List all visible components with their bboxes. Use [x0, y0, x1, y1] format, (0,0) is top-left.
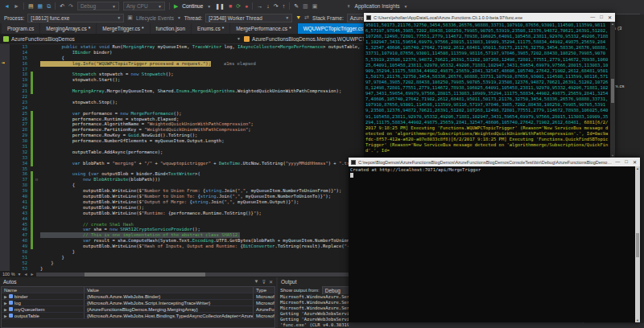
code-text[interactable]: outputBlob.WriteLine($"Output of Merge: …	[40, 199, 299, 205]
continue-dropdown-caret[interactable]: ▼	[207, 4, 211, 9]
continue-button[interactable]: Continue	[182, 3, 203, 9]
expand-icon[interactable]: ▶	[4, 306, 7, 312]
breakpoint-icon[interactable]: ●	[245, 3, 248, 10]
maximize-icon[interactable]: □	[625, 159, 628, 165]
close-icon[interactable]: ✕	[608, 14, 612, 20]
console2-title-bar[interactable]: C:\repos\BlogDemos\AzureFunctionsBlogDem…	[349, 158, 640, 166]
maximize-icon[interactable]: □	[600, 14, 603, 20]
redo-icon[interactable]: ↷	[68, 3, 73, 10]
save-all-icon[interactable]: ⧉	[47, 3, 51, 10]
fold-margin[interactable]	[33, 105, 40, 111]
fold-margin[interactable]	[33, 127, 40, 133]
code-text[interactable]: outputBlob.WriteLine($"Hash of Inputs, O…	[40, 244, 363, 249]
code-text[interactable]: MergingArray.Merge(myQueueItem, Shared.E…	[40, 88, 341, 94]
edit-icon[interactable]: ✎	[294, 3, 299, 10]
code-text[interactable]: performance.PartitionKey = "WeightedQuic…	[40, 127, 251, 133]
func-console-window[interactable]: C:\Users\jehollan\AppData\Local\Azure.Fu…	[364, 13, 615, 158]
configuration-dropdown[interactable]: Debug▼	[77, 2, 119, 10]
fold-margin[interactable]	[33, 216, 40, 222]
fold-margin[interactable]	[33, 67, 40, 72]
bookmark-icon[interactable]: ▣	[312, 3, 318, 10]
tab-Enums.cs[interactable]: Enums.cs*	[192, 23, 229, 34]
autos-row-log[interactable]: ▶log{Microsoft.Azure.WebJobs.Script.Inte…	[2, 300, 275, 306]
minimize-icon[interactable]: —	[590, 14, 595, 20]
console-test-window[interactable]: C:\repos\BlogDemos\AzureFunctionsBlogDem…	[349, 158, 640, 322]
code-text[interactable]: outputBlob.WriteLine($"Runtime: {perform…	[40, 211, 262, 216]
fold-margin[interactable]: ⊟	[33, 177, 40, 182]
fold-margin[interactable]	[33, 188, 40, 194]
code-text[interactable]: {	[40, 182, 75, 188]
fold-margin[interactable]	[33, 111, 40, 117]
close-icon[interactable]: ✕	[269, 279, 273, 285]
expand-icon[interactable]: ▶	[4, 293, 7, 299]
code-text[interactable]: public static void Run(MergingArray myQu…	[40, 44, 360, 50]
open-file-icon[interactable]: ▤	[28, 3, 34, 10]
continue-icon[interactable]: ▶	[174, 3, 178, 10]
code-text[interactable]: {	[40, 55, 64, 61]
lifecycle-events-button[interactable]: Lifecycle Events	[136, 15, 174, 21]
code-text[interactable]: log.Info("WQUWPCTopicTrigger processed a…	[40, 61, 211, 67]
autos-col-type[interactable]: Type	[254, 287, 275, 293]
step-into-icon[interactable]: ↓	[266, 3, 270, 10]
console2-scrollbar[interactable]: ▲▼	[635, 166, 640, 322]
code-text[interactable]: performance.NumberOfElements = myQueueIt…	[40, 138, 225, 144]
zoom-dropdown-caret[interactable]: ▼	[18, 272, 22, 277]
step-out-icon[interactable]: ↑	[283, 3, 286, 10]
code-text[interactable]: performance.RowKey = Guid.NewGuid().ToSt…	[40, 133, 197, 138]
autos-row-binder[interactable]: ▶binder{Microsoft.Azure.WebJobs.Binder}M…	[2, 293, 275, 300]
code-text[interactable]: using (var outputBlob = binder.Bind<Text…	[40, 171, 200, 177]
tab-function.json[interactable]: function.json	[151, 23, 192, 34]
filter-threads-icon[interactable]: ▼	[295, 14, 301, 21]
code-text[interactable]: }	[40, 249, 75, 255]
fold-margin[interactable]	[33, 77, 40, 83]
navigate-forward-icon[interactable]: ►	[14, 3, 19, 10]
console1-output-text[interactable]: 95011,50173,21176,32750,3454,58336,26576…	[364, 22, 610, 158]
fold-margin[interactable]	[33, 94, 40, 100]
fold-margin[interactable]	[33, 50, 40, 55]
window-position-caret-icon[interactable]: ▼	[254, 279, 259, 285]
tab-MergingArrays.cs[interactable]: MergingArrays.cs*	[40, 23, 96, 34]
fold-margin[interactable]	[33, 199, 40, 205]
code-text[interactable]: outputBlob.WriteLine($"Number to Union T…	[40, 194, 331, 199]
tab-WQUWPCTopicTrigger.cs[interactable]: WQUWPCTopicTrigger.cs	[298, 23, 369, 34]
tab-Program.cs[interactable]: Program.cs	[2, 23, 39, 34]
fold-margin[interactable]	[33, 133, 40, 138]
navigate-back-icon[interactable]: ◄	[4, 3, 10, 10]
code-text[interactable]: // create Sha1 Hash	[40, 222, 134, 228]
code-text[interactable]: performance.Runtime = stopwatch.Elapsed;	[40, 117, 179, 122]
platform-dropdown[interactable]: Any CPU▼	[123, 2, 165, 10]
stop-debugging-icon[interactable]: ■	[229, 3, 232, 10]
editor-zoom-level[interactable]: 100 %	[2, 272, 15, 277]
fold-margin[interactable]	[33, 255, 40, 260]
code-text[interactable]: }	[40, 260, 54, 266]
code-text[interactable]: stopwatch.Stop();	[40, 100, 118, 105]
fold-margin[interactable]	[33, 88, 40, 94]
process-dropdown[interactable]: [18612] func.exe▼	[27, 14, 124, 23]
fold-margin[interactable]	[33, 150, 40, 155]
expand-icon[interactable]: ▶	[4, 313, 7, 318]
fold-margin[interactable]	[33, 211, 40, 216]
code-text[interactable]: Stopwatch stopwatch = new Stopwatch();	[40, 72, 174, 77]
code-text[interactable]: outputBlob.WriteLine();	[40, 205, 144, 211]
code-text[interactable]: var result = sha.ComputeHash(System.Text…	[40, 238, 360, 244]
fold-margin[interactable]	[33, 83, 40, 88]
close-icon[interactable]: ✕	[633, 159, 637, 165]
fold-margin[interactable]	[33, 232, 40, 238]
autos-col-name[interactable]: Name	[2, 287, 85, 293]
autos-row-outputTable[interactable]: ▶outputTable{Microsoft.Azure.WebJobs.Hos…	[2, 313, 275, 319]
fold-margin[interactable]	[33, 249, 40, 255]
undo-icon[interactable]: ↶	[60, 3, 64, 10]
fold-margin[interactable]	[33, 155, 40, 161]
horizontal-scrollbar-thumb[interactable]	[85, 273, 205, 277]
minimize-icon[interactable]: —	[615, 159, 620, 165]
code-text[interactable]: stopwatch.Start();	[40, 77, 120, 83]
application-insights-button[interactable]: Application Insights	[355, 3, 400, 9]
scroll-right-icon[interactable]: ►	[31, 271, 35, 277]
fold-margin[interactable]	[33, 144, 40, 150]
pin-icon[interactable]: ⊽	[262, 279, 266, 285]
autos-row-myQueueItem[interactable]: ▶myQueueItem{AzureFunctionsBlogDemos.Mer…	[2, 306, 275, 313]
perf-tip[interactable]: ≤1ms elapsed	[224, 61, 256, 67]
fold-margin[interactable]	[33, 205, 40, 211]
fold-margin[interactable]	[33, 182, 40, 188]
restart-icon[interactable]: ⟳	[236, 3, 241, 10]
